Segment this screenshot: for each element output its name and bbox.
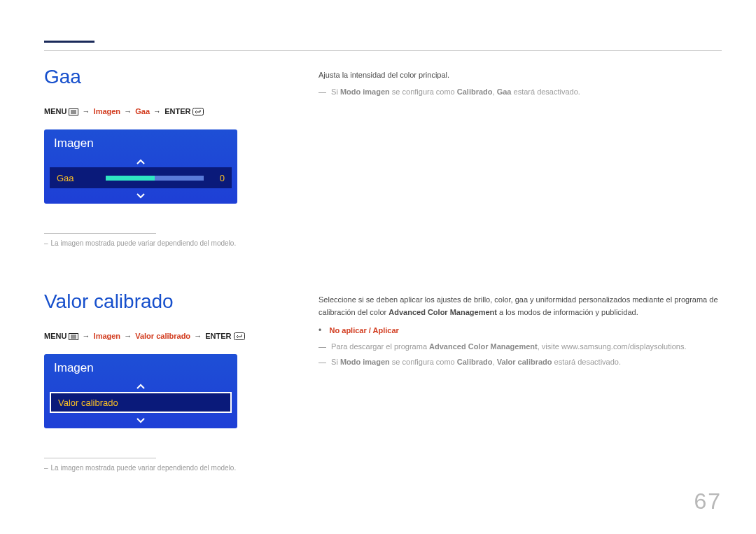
arrow-icon: → — [81, 107, 92, 115]
note-text: , visite www.samsung.com/displaysolution… — [538, 342, 687, 351]
menu-icon — [69, 332, 78, 343]
note-text: Si — [331, 358, 340, 366]
vc-right-column: Seleccione si se deben aplicar los ajust… — [318, 294, 722, 368]
arrow-icon: → — [152, 107, 162, 115]
panel-down-arrow[interactable] — [44, 413, 237, 426]
vc-heading: Valor calibrado — [44, 290, 289, 313]
note-text: se configura como — [390, 358, 457, 366]
bullet-icon: • — [318, 325, 327, 335]
note-text: Para descargar el programa — [331, 342, 429, 351]
note-bold: Modo imagen — [340, 358, 390, 366]
panel-title: Imagen — [44, 129, 237, 155]
note-bold: Advanced Color Management — [429, 342, 538, 351]
gaa-note: ― Si Modo imagen se configura como Calib… — [318, 86, 722, 99]
panel-down-arrow[interactable] — [44, 188, 237, 201]
header-accent — [44, 41, 94, 43]
divider — [44, 458, 156, 458]
footnote-text: La imagen mostrada puede variar dependie… — [51, 464, 237, 472]
note-bold: Modo imagen — [340, 87, 390, 96]
desc-text: a los modos de información y publicidad. — [497, 308, 638, 316]
desc-bold: Advanced Color Management — [388, 308, 497, 316]
vc-footnote: –La imagen mostrada puede variar dependi… — [44, 463, 289, 473]
note-text: Si — [331, 87, 340, 96]
note-text: estará desactivado. — [511, 87, 580, 96]
vc-left-column: Valor calibrado MENU → Imagen → Valor ca… — [44, 290, 289, 473]
note-bold: Valor calibrado — [497, 358, 552, 366]
path-imagen: Imagen — [94, 107, 121, 115]
enter-label: ENTER — [164, 107, 190, 115]
arrow-icon: → — [192, 332, 203, 340]
enter-icon — [234, 332, 245, 343]
slider-track[interactable] — [106, 176, 204, 181]
panel-title: Imagen — [44, 354, 237, 379]
slider-value: 0 — [211, 173, 225, 183]
panel-up-arrow[interactable] — [44, 379, 237, 392]
gaa-footnote: –La imagen mostrada puede variar dependi… — [44, 238, 289, 248]
gaa-menu-path: MENU → Imagen → Gaa → ENTER — [44, 106, 289, 118]
menu-label: MENU — [44, 107, 66, 115]
header-rule — [44, 50, 722, 51]
gaa-osd-panel: Imagen Gaa 0 — [44, 129, 237, 204]
note-text: estará desactivado. — [552, 358, 621, 366]
note-bold: Calibrado — [457, 87, 493, 96]
row-label: Valor calibrado — [58, 398, 223, 408]
gaa-heading: Gaa — [44, 66, 289, 88]
note-bold: Gaa — [497, 87, 512, 96]
arrow-icon: → — [122, 332, 133, 340]
gaa-slider-row[interactable]: Gaa 0 — [50, 167, 232, 188]
menu-icon — [69, 108, 78, 118]
vc-menu-path: MENU → Imagen → Valor calibrado → ENTER — [44, 331, 289, 343]
note-text: se configura como — [390, 87, 457, 96]
vc-options: • No aplicar / Aplicar — [318, 325, 722, 335]
vc-note-1: ― Para descargar el programa Advanced Co… — [318, 341, 722, 353]
slider-fill — [106, 176, 155, 181]
arrow-icon: → — [122, 107, 133, 115]
enter-icon — [192, 108, 204, 118]
gaa-left-column: Gaa MENU → Imagen → Gaa → ENTER Imagen G… — [44, 66, 289, 248]
vc-osd-panel: Imagen Valor calibrado — [44, 354, 237, 428]
page-number: 67 — [694, 489, 722, 514]
slider-label: Gaa — [57, 173, 99, 183]
path-vc: Valor calibrado — [135, 332, 190, 340]
divider — [44, 233, 156, 234]
path-imagen: Imagen — [94, 332, 121, 340]
gaa-right-column: Ajusta la intensidad del color principal… — [318, 69, 722, 98]
panel-up-arrow[interactable] — [44, 155, 237, 167]
menu-label: MENU — [44, 332, 66, 340]
gaa-description: Ajusta la intensidad del color principal… — [318, 69, 722, 82]
arrow-icon: → — [81, 332, 92, 340]
footnote-text: La imagen mostrada puede variar dependie… — [51, 239, 237, 247]
enter-label: ENTER — [205, 332, 231, 340]
vc-description: Seleccione si se deben aplicar los ajust… — [318, 294, 722, 318]
note-bold: Calibrado — [457, 358, 493, 366]
vc-note-2: ― Si Modo imagen se configura como Calib… — [318, 356, 722, 369]
vc-selected-row[interactable]: Valor calibrado — [50, 392, 232, 413]
options-text: No aplicar / Aplicar — [330, 326, 399, 335]
path-gaa: Gaa — [135, 107, 150, 115]
